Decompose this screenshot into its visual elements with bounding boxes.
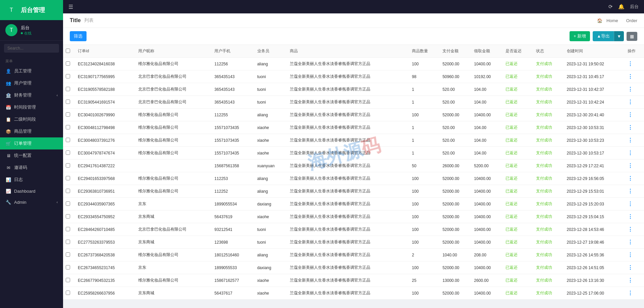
more-actions-button[interactable]: ⋮ xyxy=(628,252,633,258)
view-button[interactable]: ▦ xyxy=(627,32,637,41)
row-checkbox[interactable] xyxy=(66,265,70,269)
table-row: EC27753263379553 京东商城 123698 tuoni 兰蔻全新美… xyxy=(63,236,644,249)
row-checkbox[interactable] xyxy=(66,112,70,117)
breadcrumb-home[interactable]: Home xyxy=(606,18,618,23)
row-checkbox[interactable] xyxy=(66,252,70,257)
sidebar-item-goods[interactable]: 📦 商品管理 xyxy=(0,125,63,137)
more-actions-button[interactable]: ⋮ xyxy=(628,137,633,143)
more-actions-button[interactable]: ⋮ xyxy=(628,239,633,245)
cell-received: 104.00 xyxy=(471,147,503,160)
row-checkbox[interactable] xyxy=(66,201,70,206)
row-checkbox[interactable] xyxy=(66,163,70,168)
export-button[interactable]: ▲导出 xyxy=(593,31,614,41)
orders-table: 订单id 用户昵称 用户手机 业务员 商品 商品数量 支付金额 领取金额 是否返… xyxy=(63,45,644,300)
row-checkbox[interactable] xyxy=(66,291,70,295)
sidebar-item-invite[interactable]: ✉ 邀请码 xyxy=(0,162,63,174)
row-checkbox[interactable] xyxy=(66,176,70,180)
cell-status: 支付成功 xyxy=(533,83,564,96)
cell-qty: 100 xyxy=(409,236,440,249)
more-actions-button[interactable]: ⋮ xyxy=(628,163,633,169)
cell-status: 支付成功 xyxy=(533,160,564,172)
cell-qty: 100 xyxy=(409,210,440,223)
row-checkbox[interactable] xyxy=(66,138,70,142)
more-actions-button[interactable]: ⋮ xyxy=(628,176,633,181)
cell-qty: 100 xyxy=(409,172,440,185)
sidebar-item-dashboard[interactable]: 📈 Dashboard xyxy=(0,186,63,197)
more-actions-button[interactable]: ⋮ xyxy=(628,227,633,232)
menu-toggle-icon[interactable]: ☰ xyxy=(68,4,73,10)
cell-returned: 已返还 xyxy=(503,147,533,160)
cell-paid: 52000.00 xyxy=(440,210,471,223)
row-checkbox[interactable] xyxy=(66,150,70,155)
more-actions-button[interactable]: ⋮ xyxy=(628,188,633,194)
more-actions-button[interactable]: ⋮ xyxy=(628,61,633,67)
cell-action: ⋮ xyxy=(625,121,644,134)
more-actions-button[interactable]: ⋮ xyxy=(628,150,633,156)
more-actions-button[interactable]: ⋮ xyxy=(628,125,633,130)
row-checkbox[interactable] xyxy=(66,100,70,104)
sidebar-item-timeslot[interactable]: 📅 时间段管理 xyxy=(0,101,63,113)
cell-product: 兰蔻全新美丽人生香水淡香睿氛香调官方正品 xyxy=(287,160,410,172)
refresh-icon[interactable]: ⟳ xyxy=(608,4,613,10)
more-actions-button[interactable]: ⋮ xyxy=(628,278,633,283)
sidebar-item-finance[interactable]: 🏦 财务管理 ‹ xyxy=(0,89,63,101)
cell-created: 2023-12-29 15:04:15 xyxy=(564,210,625,223)
row-checkbox[interactable] xyxy=(66,74,70,78)
row-checkbox[interactable] xyxy=(66,125,70,129)
more-actions-button[interactable]: ⋮ xyxy=(628,214,633,220)
new-button[interactable]: + 新增 xyxy=(570,31,590,41)
row-checkbox[interactable] xyxy=(66,61,70,66)
sidebar-item-employees[interactable]: 👤 员工管理 xyxy=(0,65,63,77)
sidebar-item-admin[interactable]: 🔧 Admin ‹ xyxy=(0,197,63,208)
cell-paid: 52000.00 xyxy=(440,172,471,185)
cell-product: 兰蔻全新美丽人生香水淡香睿氛香调官方正品 xyxy=(287,287,410,300)
more-actions-button[interactable]: ⋮ xyxy=(628,74,633,79)
log-icon: 📊 xyxy=(5,177,11,182)
row-checkbox[interactable] xyxy=(66,278,70,282)
row-checkbox[interactable] xyxy=(66,189,70,193)
row-checkbox-cell xyxy=(63,223,75,236)
cell-user-name: 京东 xyxy=(136,261,212,274)
more-actions-button[interactable]: ⋮ xyxy=(628,290,633,296)
cell-order-id: EC26734655231745 xyxy=(75,261,136,274)
sidebar-item-timeslot2[interactable]: 📋 二级时间段 xyxy=(0,113,63,125)
cell-agent: aliang xyxy=(255,249,287,261)
row-checkbox-cell xyxy=(63,58,75,70)
filter-button[interactable]: 筛选 xyxy=(70,31,87,41)
bell-icon[interactable]: 🔔 xyxy=(618,4,625,10)
more-actions-button[interactable]: ⋮ xyxy=(628,112,633,118)
cell-action: ⋮ xyxy=(625,160,644,172)
table-row: EC30048037391276 维尔雅化妆品有限公司 15571073435 … xyxy=(63,134,644,147)
cell-order-id: EC30048037391276 xyxy=(75,134,136,147)
cell-received: 10400.00 xyxy=(471,198,503,210)
sidebar-item-orders[interactable]: 🛒 订单管理 xyxy=(0,137,63,149)
cell-created: 2023-12-31 10:42:24 xyxy=(564,96,625,109)
more-actions-button[interactable]: ⋮ xyxy=(628,265,633,270)
cell-user-name: 维尔雅化妆品有限公司 xyxy=(136,249,212,261)
search-input[interactable] xyxy=(4,44,59,53)
row-checkbox[interactable] xyxy=(66,240,70,244)
row-checkbox-cell xyxy=(63,147,75,160)
sidebar-item-config[interactable]: 🖥 统一配置 xyxy=(0,149,63,162)
cell-order-id: EC30048112798498 xyxy=(75,121,136,134)
profile-name: 后台 xyxy=(21,25,32,31)
cell-status: 支付成功 xyxy=(533,70,564,83)
sidebar-item-log[interactable]: 📊 日志 xyxy=(0,174,63,186)
select-all-checkbox[interactable] xyxy=(66,49,70,53)
row-checkbox[interactable] xyxy=(66,87,70,91)
cell-order-id: EC30047978747674 xyxy=(75,147,136,160)
profile-status: 在线 xyxy=(21,31,32,36)
cell-user-name: 维尔雅化妆品有限公司 xyxy=(136,274,212,287)
cell-qty: 100 xyxy=(409,109,440,121)
cell-order-id: EC28464260710485 xyxy=(75,223,136,236)
more-actions-button[interactable]: ⋮ xyxy=(628,99,633,105)
more-actions-button[interactable]: ⋮ xyxy=(628,86,633,92)
row-checkbox[interactable] xyxy=(66,214,70,219)
more-actions-button[interactable]: ⋮ xyxy=(628,201,633,207)
row-checkbox[interactable] xyxy=(66,227,70,231)
sidebar-item-users[interactable]: 👥 用户管理 xyxy=(0,77,63,89)
export-dropdown-button[interactable]: ▼ xyxy=(614,31,624,41)
breadcrumb-order[interactable]: Order xyxy=(626,18,637,23)
cell-returned: 已返还 xyxy=(503,287,533,300)
cell-order-id: EC29417614387222 xyxy=(75,160,136,172)
